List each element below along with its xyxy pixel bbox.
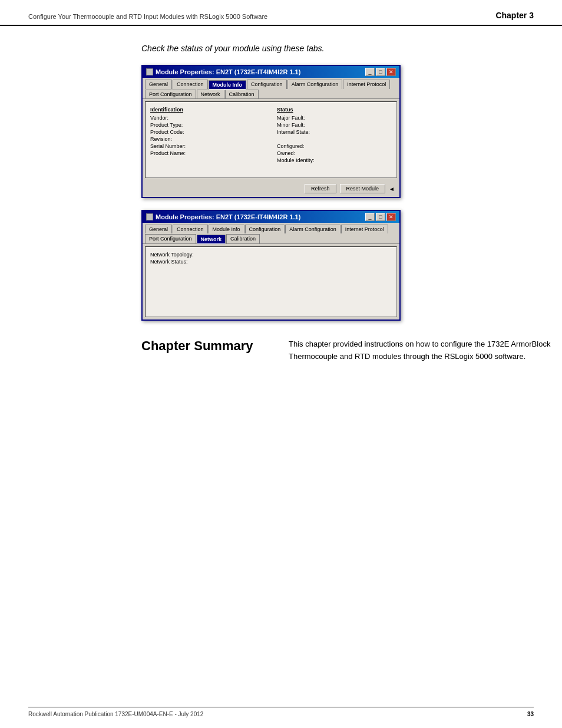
refresh-btn[interactable]: Refresh <box>305 184 336 193</box>
d2-tab-connection[interactable]: Connection <box>173 225 208 233</box>
product-type-row: Product Type: <box>150 122 265 128</box>
dialog1-titlebar: Module Properties: EN2T (1732E-IT4IM4I2R… <box>143 66 399 78</box>
dialog1-body-inner: Identification Vendor: Product Type: Pro… <box>150 107 392 164</box>
dialog1-close-btn[interactable]: ✕ <box>386 68 396 76</box>
serial-number-row: Serial Number: <box>150 143 265 149</box>
tab-configuration[interactable]: Configuration <box>247 80 287 89</box>
revision-row: Revision: <box>150 136 265 142</box>
dialog2-title-group: Module Properties: EN2T (1732E-IT4IM4I2R… <box>146 213 300 220</box>
tab-general[interactable]: General <box>145 80 172 89</box>
chapter-summary-text: This chapter provided instructions on ho… <box>289 338 562 363</box>
dialog-module-info: Module Properties: EN2T (1732E-IT4IM4I2R… <box>141 65 401 198</box>
header-chapter: Chapter 3 <box>495 11 534 20</box>
dialog2-body: Network Topology: Network Status: <box>145 246 397 317</box>
tab-port-config[interactable]: Port Configuration <box>145 90 196 98</box>
d2-tab-module-info[interactable]: Module Info <box>209 225 244 233</box>
dialog1-maximize-btn[interactable]: □ <box>376 68 385 76</box>
dialog2-close-btn[interactable]: ✕ <box>386 213 396 221</box>
d2-tab-alarm-config[interactable]: Alarm Configuration <box>285 225 340 233</box>
status-section: Status Major Fault: Minor Fault: Interna… <box>277 107 392 164</box>
page-footer: Rockwell Automation Publication 1732E-UM… <box>28 707 534 717</box>
chapter-summary-section: Chapter Summary This chapter provided in… <box>141 338 562 363</box>
d2-tab-port-config[interactable]: Port Configuration <box>145 234 196 243</box>
owned-row: Owned: <box>277 150 392 156</box>
tab-internet-protocol[interactable]: Internet Protocol <box>343 80 390 89</box>
d2-tab-configuration[interactable]: Configuration <box>245 225 285 233</box>
dialog2-win-controls[interactable]: _ □ ✕ <box>365 213 396 221</box>
dialog1-tabs: General Connection Module Info Configura… <box>143 78 399 99</box>
network-status-row: Network Status: <box>150 259 392 265</box>
status-title: Status <box>277 107 392 113</box>
dialog2-titlebar: Module Properties: EN2T (1732E-IT4IM4I2R… <box>143 211 399 223</box>
major-fault-row: Major Fault: <box>277 115 392 121</box>
arrow-icon: ◄ <box>389 186 395 192</box>
identification-section: Identification Vendor: Product Type: Pro… <box>150 107 265 164</box>
internal-state-row: Internal State: <box>277 129 392 135</box>
tab-connection[interactable]: Connection <box>173 80 208 89</box>
dialog2-minimize-btn[interactable]: _ <box>365 213 375 221</box>
d2-tab-calibration[interactable]: Calibration <box>226 234 260 243</box>
chapter-summary-heading: Chapter Summary <box>141 338 271 363</box>
configured-row: Configured: <box>277 143 392 149</box>
left-margin <box>0 26 141 363</box>
dialog1-win-controls[interactable]: _ □ ✕ <box>365 68 396 76</box>
dialog2-title: Module Properties: EN2T (1732E-IT4IM4I2R… <box>156 213 300 220</box>
dialog2-maximize-btn[interactable]: □ <box>376 213 385 221</box>
minor-fault-row: Minor Fault: <box>277 122 392 128</box>
d2-tab-internet-protocol[interactable]: Internet Protocol <box>341 225 388 233</box>
dialog2-app-icon <box>146 213 153 220</box>
tab-module-info[interactable]: Module Info <box>209 80 247 90</box>
dialog2-tabs: General Connection Module Info Configura… <box>143 223 399 244</box>
d2-tab-network[interactable]: Network <box>197 235 226 244</box>
status-spacer <box>277 136 392 142</box>
vendor-row: Vendor: <box>150 115 265 121</box>
module-identity-row: Module Identity: <box>277 157 392 163</box>
dialog1-minimize-btn[interactable]: _ <box>365 68 375 76</box>
dialog1-title: Module Properties: EN2T (1732E-IT4IM4I2R… <box>156 68 300 75</box>
product-name-row: Product Name: <box>150 150 265 156</box>
main-content: Check the status of your module using th… <box>141 26 562 363</box>
d2-tab-general[interactable]: General <box>145 225 172 233</box>
dialog1-app-icon <box>146 68 153 75</box>
intro-text: Check the status of your module using th… <box>141 44 562 53</box>
tab-network[interactable]: Network <box>197 90 224 98</box>
dialog1-title-group: Module Properties: EN2T (1732E-IT4IM4I2R… <box>146 68 300 75</box>
dialog1-body: Identification Vendor: Product Type: Pro… <box>145 101 397 178</box>
footer-page-number: 33 <box>527 711 534 717</box>
tab-alarm-config[interactable]: Alarm Configuration <box>287 80 343 89</box>
network-topology-row: Network Topology: <box>150 252 392 258</box>
header-title: Configure Your Thermocouple and RTD Inpu… <box>28 13 267 20</box>
dialog-network: Module Properties: EN2T (1732E-IT4IM4I2R… <box>141 210 401 321</box>
reset-module-btn[interactable]: Reset Module <box>340 184 386 193</box>
product-code-row: Product Code: <box>150 129 265 135</box>
footer-publication: Rockwell Automation Publication 1732E-UM… <box>28 711 203 717</box>
page-header: Configure Your Thermocouple and RTD Inpu… <box>0 0 562 26</box>
identification-title: Identification <box>150 107 265 113</box>
tab-calibration[interactable]: Calibration <box>225 90 259 98</box>
dialog1-footer: Refresh Reset Module ◄ <box>143 180 399 197</box>
